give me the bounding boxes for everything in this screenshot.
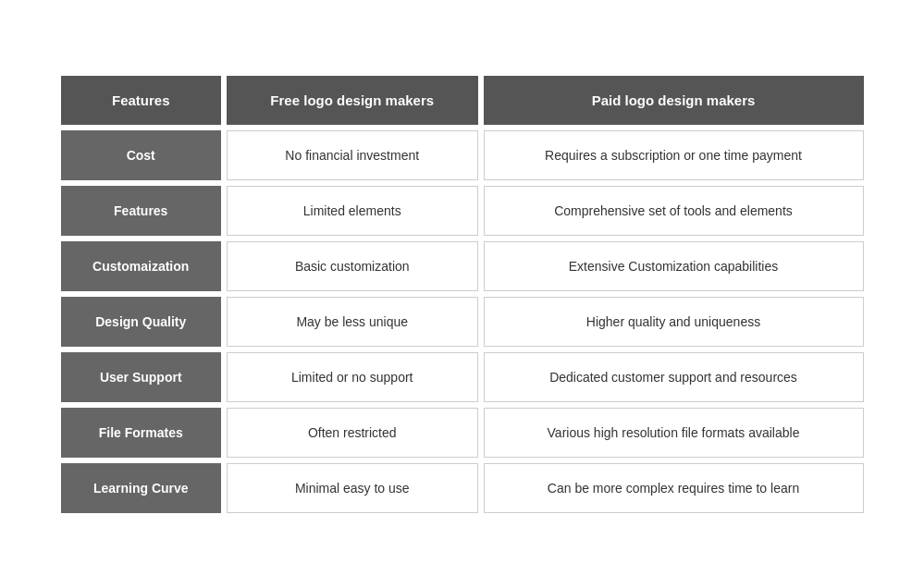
row-cost: CostNo financial investmentRequires a su…: [61, 130, 864, 180]
row-user-support-paid: Dedicated customer support and resources: [484, 352, 864, 402]
features-header: Features: [61, 76, 221, 125]
row-design-quality-free: May be less unique: [227, 297, 478, 347]
comparison-table: FeaturesFree logo design makersPaid logo…: [55, 70, 869, 519]
row-file-formats-feature: File Formates: [61, 408, 221, 458]
row-learning-curve-paid: Can be more complex requires time to lea…: [484, 463, 864, 513]
row-file-formats-free: Often restricted: [227, 408, 478, 458]
row-cost-feature: Cost: [61, 130, 221, 180]
row-design-quality-feature: Design Quality: [61, 297, 221, 347]
row-file-formats: File FormatesOften restrictedVarious hig…: [61, 408, 864, 458]
row-learning-curve-feature: Learning Curve: [61, 463, 221, 513]
row-features-free: Limited elements: [227, 186, 478, 236]
row-user-support: User SupportLimited or no supportDedicat…: [61, 352, 864, 402]
row-customization-free: Basic customization: [227, 241, 478, 291]
row-customization: CustomaizationBasic customizationExtensi…: [61, 241, 864, 291]
row-learning-curve-free: Minimal easy to use: [227, 463, 478, 513]
paid-header: Paid logo design makers: [484, 76, 864, 125]
row-customization-paid: Extensive Customization capabilities: [484, 241, 864, 291]
row-design-quality: Design QualityMay be less uniqueHigher q…: [61, 297, 864, 347]
row-features-paid: Comprehensive set of tools and elements: [484, 186, 864, 236]
row-features-feature: Features: [61, 186, 221, 236]
row-file-formats-paid: Various high resolution file formats ava…: [484, 408, 864, 458]
row-customization-feature: Customaization: [61, 241, 221, 291]
row-cost-free: No financial investment: [227, 130, 478, 180]
row-features: FeaturesLimited elementsComprehensive se…: [61, 186, 864, 236]
row-user-support-free: Limited or no support: [227, 352, 478, 402]
free-header: Free logo design makers: [227, 76, 478, 125]
row-learning-curve: Learning CurveMinimal easy to useCan be …: [61, 463, 864, 513]
row-cost-paid: Requires a subscription or one time paym…: [484, 130, 864, 180]
row-design-quality-paid: Higher quality and uniqueness: [484, 297, 864, 347]
row-user-support-feature: User Support: [61, 352, 221, 402]
